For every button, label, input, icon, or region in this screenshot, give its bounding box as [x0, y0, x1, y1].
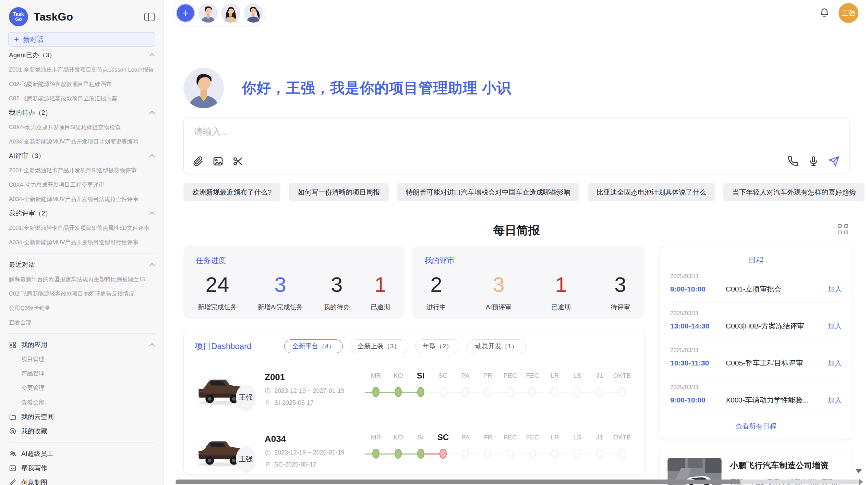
milestone-dot	[596, 449, 603, 459]
milestone-dot	[596, 387, 603, 397]
stat: 3 新增AI完成任务	[258, 272, 303, 312]
section-header[interactable]: 最近对话	[9, 258, 155, 272]
scroll-right-icon[interactable]	[859, 479, 863, 485]
section-header[interactable]: 我的评审（2）	[9, 206, 155, 221]
sidebar-item-ai-staff[interactable]: AI超级员工	[9, 447, 155, 461]
sidebar-item-draw[interactable]: 创意制图	[9, 475, 155, 485]
plus-icon: +	[14, 35, 19, 44]
paperclip-icon[interactable]	[193, 156, 204, 167]
sidebar-item[interactable]: Z001-全新燃油轻卡产品开发项目SI节点属性5D文件评审	[9, 221, 155, 235]
suggestion-chip[interactable]: 当下年轻人对汽车外观有怎样的喜好趋势	[723, 183, 865, 201]
section-header[interactable]: AI评审（3）	[9, 149, 155, 163]
horizontal-scrollbar[interactable]	[176, 480, 860, 484]
sidebar-item[interactable]: C0X4-动力总成开发项目SI里程碑提交物检查	[9, 120, 155, 134]
milestone-dot	[507, 449, 514, 459]
sidebar-item-cloud[interactable]: 我的云空间	[9, 410, 155, 424]
milestone-dot	[529, 449, 536, 459]
suggestion-chip[interactable]: 欧洲新规最近颁布了什么?	[183, 183, 280, 201]
sidebar-item[interactable]: A034-全新新能源MUV产品开发项目造型可行性评审	[9, 235, 155, 249]
sidebar-section: AI评审（3） Z001-全新燃油轻卡产品开发项目SI造型提交物评审C0X4-动…	[9, 149, 155, 206]
sidebar-item[interactable]: A034-全新新能源MUV产品开发项目计划变更表编写	[9, 134, 155, 149]
project-vehicle-image: 王强	[195, 433, 247, 468]
milestone-dot	[574, 449, 581, 459]
suggestion-chip[interactable]: 如何写一份清晰的项目周报	[289, 183, 389, 201]
dashboard-header: 项目Dashboard 全新平台（4）全新上装（3）年型（2）动总开发（1）	[195, 339, 633, 353]
phone-icon[interactable]	[787, 156, 798, 167]
agent-avatar-1[interactable]	[198, 3, 218, 23]
milestone-label: PEC	[504, 370, 517, 382]
dashboard-tab[interactable]: 全新平台（4）	[284, 339, 343, 353]
bell-icon[interactable]	[819, 8, 830, 18]
app-sub-item[interactable]: 查看全部..	[9, 395, 155, 410]
message-input[interactable]	[194, 126, 839, 146]
milestone-dot	[439, 449, 447, 459]
user-avatar[interactable]: 王强	[839, 3, 858, 23]
agent-avatar-2[interactable]	[221, 3, 240, 23]
milestone-col: PA	[454, 370, 477, 397]
event-join-link[interactable]: 加入	[828, 285, 842, 294]
project-row[interactable]: 王强 A034 2023-12-19 ~ 2026-01-19	[195, 425, 633, 475]
clock-icon	[265, 449, 271, 456]
suggestion-chip[interactable]: 比亚迪全固态电池计划具体说了什么	[588, 183, 715, 201]
milestone-dot	[551, 387, 558, 397]
greeting: 你好，王强，我是你的项目管理助理 小识	[183, 68, 849, 108]
dashboard-tab[interactable]: 动总开发（1）	[467, 339, 526, 353]
suggestion-chip[interactable]: 特朗普可能对进口汽车增税会对中国车企造成哪些影响	[397, 183, 579, 201]
suggestion-chips: 欧洲新规最近颁布了什么?如何写一份清晰的项目周报特朗普可能对进口汽车增税会对中国…	[183, 183, 849, 201]
sidebar-item[interactable]: A034-全新新能源MUV产品开发项目法规符合性评审	[9, 192, 155, 206]
scroll-down-icon[interactable]	[856, 469, 862, 473]
sidebar-item[interactable]: Z001-全新燃油皮卡产品开发项目SI节点Lesson Learn报告	[9, 62, 155, 77]
project-milestone-flag: SC-2025-05-17	[265, 461, 357, 468]
app-sub-item[interactable]: 变更管理	[9, 381, 155, 395]
app-sub-item[interactable]: 项目管理	[9, 352, 155, 366]
sidebar-item[interactable]: C02-飞腾新能源轻客改款项目里程碑画布	[9, 77, 155, 91]
recent-view-all[interactable]: 查看全部...	[9, 315, 155, 329]
sidebar-item-write[interactable]: 帮我写作	[9, 461, 155, 475]
event-title: C001-立项审批会	[726, 284, 823, 294]
send-icon[interactable]	[829, 156, 840, 167]
chevron-up-icon	[149, 263, 155, 268]
project-info: Z001 2023-12-19 ~ 2027-01-19 SI-2025-05-…	[265, 372, 357, 407]
app-sub-item[interactable]: 产品管理	[9, 366, 155, 381]
image-icon[interactable]	[213, 156, 224, 167]
section-header[interactable]: 我的待办（2）	[9, 105, 155, 120]
composer-tools-left	[193, 156, 243, 167]
milestone-col: OKTB	[611, 432, 633, 459]
sidebar-item[interactable]: C02-飞腾新能源轻客改款项目立项汇报方案	[9, 91, 155, 105]
agent-avatar-3[interactable]	[244, 3, 263, 23]
milestone-col: MR	[365, 432, 387, 459]
recent-chat-item[interactable]: C02-飞腾新能源轻客改款项目的闭环通告反馈情况	[9, 286, 155, 301]
sidebar-item[interactable]: C0X4-动力总成开发项目工程变更评审	[9, 177, 155, 192]
sidebar-item[interactable]: Z001-全新燃油轻卡产品开发项目SI造型提交物评审	[9, 163, 155, 177]
dashboard-tab[interactable]: 全新上装（3）	[350, 339, 408, 353]
add-agent-button[interactable]: +	[176, 3, 195, 23]
dashboard-tab[interactable]: 年型（2）	[415, 339, 461, 353]
sidebar-collapse-icon[interactable]	[144, 13, 155, 21]
scissors-icon[interactable]	[232, 156, 243, 167]
mic-icon[interactable]	[808, 156, 819, 167]
sidebar-section: 我的评审（2） Z001-全新燃油轻卡产品开发项目SI节点属性5D文件评审A03…	[9, 206, 155, 249]
daily-brief-header: 每日简报	[183, 223, 849, 237]
milestone-label: PA	[461, 370, 470, 382]
schedule-events: 2025/03/11 9:00-10:00 C001-立项审批会 加入 2025…	[670, 265, 842, 413]
sidebar-item-my-apps[interactable]: 我的应用	[9, 338, 155, 352]
view-all-schedule-link[interactable]: 查看所有日程	[670, 422, 842, 431]
event-time: 9:00-10:00	[670, 396, 726, 404]
milestone-label: LR	[551, 370, 559, 382]
project-row[interactable]: 王强 Z001 2023-12-19 ~ 2027-01-19	[195, 363, 633, 415]
event-join-link[interactable]: 加入	[828, 359, 842, 368]
scrollbar-thumb[interactable]	[176, 480, 740, 484]
recent-chat-item[interactable]: 公司Q3轻卡销量	[9, 301, 155, 315]
milestone-dot	[529, 387, 536, 397]
sidebar-section: Agent已办（3） Z001-全新燃油皮卡产品开发项目SI节点Lesson L…	[9, 48, 155, 105]
layout-grid-icon[interactable]	[838, 224, 848, 234]
event-join-link[interactable]: 加入	[828, 322, 842, 331]
event-join-link[interactable]: 加入	[828, 396, 842, 405]
recent-chat-item[interactable]: 解释最新出台的欧盟报废车法规再生塑料比例被调至15%...	[9, 272, 155, 286]
milestone-col: OKTB	[611, 370, 633, 397]
apps-grid-icon	[9, 341, 16, 349]
sidebar-item-favorites[interactable]: 我的收藏	[9, 424, 155, 438]
milestone-dot	[462, 387, 469, 397]
new-chat-button[interactable]: + 新对话	[8, 32, 155, 47]
section-header[interactable]: Agent已办（3）	[9, 48, 155, 62]
